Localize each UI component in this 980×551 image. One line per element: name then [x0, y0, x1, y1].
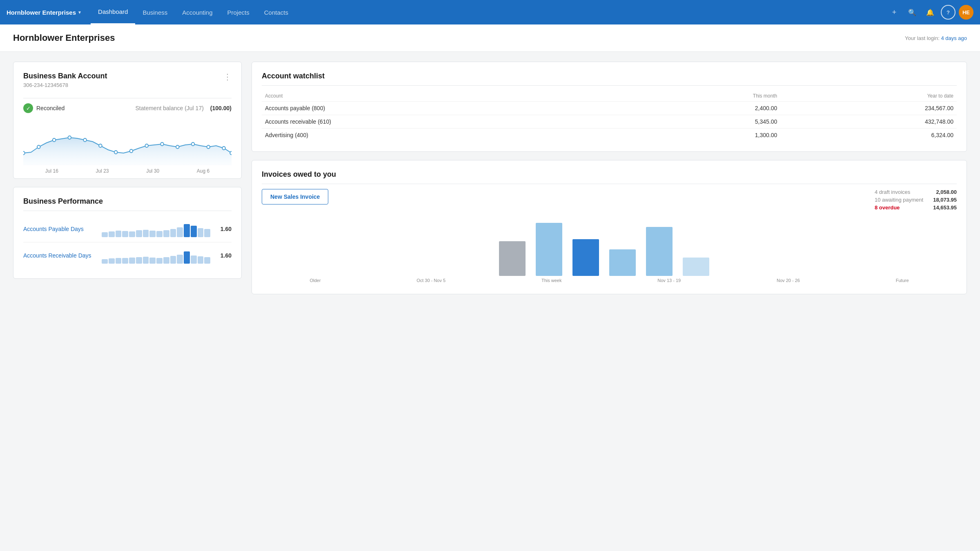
- ap-bar: [109, 231, 115, 237]
- ar-bar: [102, 259, 108, 264]
- awaiting-payment-label: 10 awaiting payment: [875, 197, 923, 203]
- invoice-stats: 4 draft invoices 2,058.00 10 awaiting pa…: [875, 189, 957, 212]
- performance-title: Business Performance: [23, 197, 232, 206]
- ar-bar: [198, 256, 204, 264]
- draft-invoices-value: 2,058.00: [936, 189, 957, 195]
- svg-point-5: [99, 144, 102, 147]
- invoices-owed-card: Invoices owed to you New Sales Invoice 4…: [252, 160, 967, 294]
- svg-point-3: [68, 136, 71, 139]
- ap-days-value: 1.60: [215, 226, 232, 232]
- ar-days-label[interactable]: Accounts Receivable Days: [23, 252, 97, 259]
- ap-bar-highlight: [191, 226, 197, 237]
- ar-bar: [156, 258, 163, 264]
- ap-bar: [204, 229, 210, 237]
- chart-label-4: Aug 6: [197, 168, 209, 174]
- ap-bar: [116, 231, 122, 237]
- svg-point-11: [192, 142, 195, 146]
- watchlist-thismonth-2: 5,345.00: [626, 115, 780, 129]
- performance-divider: [23, 211, 232, 211]
- chart-label-1: Jul 16: [45, 168, 58, 174]
- ar-bar: [109, 258, 115, 264]
- nav-bar: Hornblower Enterprises ▾ Dashboard Busin…: [0, 0, 980, 24]
- ap-bar: [156, 231, 163, 237]
- user-avatar[interactable]: HE: [959, 5, 973, 20]
- ar-bar: [116, 258, 122, 264]
- search-icon[interactable]: 🔍: [905, 5, 920, 20]
- page-header: Hornblower Enterprises Your last login: …: [0, 24, 980, 52]
- svg-point-7: [130, 149, 133, 153]
- ap-bar: [149, 231, 156, 237]
- invoices-chart-svg: [262, 219, 957, 276]
- bar-chart-labels: Older Oct 30 - Nov 5 This week Nov 13 - …: [262, 278, 957, 283]
- watchlist-ytd-1: 234,567.00: [780, 102, 957, 115]
- svg-point-1: [37, 145, 40, 149]
- watchlist-ytd-3: 6,324.00: [780, 129, 957, 142]
- nav-link-business[interactable]: Business: [135, 0, 175, 24]
- ar-bar: [177, 255, 183, 264]
- chart-labels: Jul 16 Jul 23 Jul 30 Aug 6: [23, 168, 232, 174]
- last-login-link[interactable]: 4 days ago: [941, 35, 967, 41]
- bank-menu-icon[interactable]: ⋮: [223, 72, 232, 82]
- nav-link-accounting[interactable]: Accounting: [175, 0, 220, 24]
- ar-bar-highlight: [184, 251, 190, 264]
- ap-bar: [102, 232, 108, 237]
- ap-bar: [129, 231, 135, 237]
- watchlist-table: Account This month Year to date Accounts…: [262, 91, 957, 142]
- nav-link-dashboard[interactable]: Dashboard: [91, 0, 135, 24]
- ap-bar: [136, 230, 142, 237]
- draft-invoices-label: 4 draft invoices: [875, 189, 910, 195]
- nav-brand[interactable]: Hornblower Enterprises ▾: [7, 9, 81, 16]
- overdue-row: 8 overdue 14,653.95: [875, 204, 957, 211]
- nav-link-contacts[interactable]: Contacts: [257, 0, 296, 24]
- svg-point-9: [160, 142, 164, 146]
- watchlist-col-ytd: Year to date: [780, 91, 957, 102]
- nav-links: Dashboard Business Accounting Projects C…: [91, 0, 296, 24]
- bank-chart: Jul 16 Jul 23 Jul 30 Aug 6: [23, 116, 232, 165]
- reconciled-row: ✓ Reconciled Statement balance (Jul 17) …: [23, 103, 232, 113]
- ar-bar: [204, 257, 210, 264]
- ap-bar: [143, 230, 149, 237]
- ar-bar: [122, 258, 128, 264]
- overdue-value: 14,653.95: [933, 204, 957, 211]
- ar-bar: [136, 257, 142, 264]
- ar-days-value: 1.60: [215, 252, 232, 259]
- nav-link-projects[interactable]: Projects: [220, 0, 257, 24]
- help-icon[interactable]: ?: [941, 5, 956, 20]
- watchlist-header-row: Account This month Year to date: [262, 91, 957, 102]
- bank-divider: [23, 98, 232, 98]
- watchlist-thismonth-1: 2,400.00: [626, 102, 780, 115]
- bar-label-this-week: This week: [541, 278, 562, 283]
- svg-point-13: [222, 147, 225, 150]
- bar-label-nov13: Nov 13 - 19: [657, 278, 681, 283]
- statement-amount: (100.00): [210, 105, 232, 111]
- bar-nov13: [609, 249, 636, 276]
- ap-bar: [177, 227, 183, 237]
- page-title: Hornblower Enterprises: [13, 33, 115, 43]
- performance-row-ap: Accounts Payable Days: [23, 216, 232, 242]
- watchlist-account-3: Advertising (400): [262, 129, 626, 142]
- watchlist-ytd-2: 432,748.00: [780, 115, 957, 129]
- ar-bar: [149, 258, 156, 264]
- chart-label-2: Jul 23: [96, 168, 109, 174]
- add-button[interactable]: +: [887, 5, 902, 20]
- ap-bar-highlight: [184, 224, 190, 237]
- ap-days-label[interactable]: Accounts Payable Days: [23, 226, 97, 232]
- invoices-bar-chart: Older Oct 30 - Nov 5 This week Nov 13 - …: [262, 219, 957, 284]
- watchlist-row: Advertising (400) 1,300.00 6,324.00: [262, 129, 957, 142]
- bar-nov20: [646, 227, 673, 276]
- bar-label-oct30: Oct 30 - Nov 5: [416, 278, 445, 283]
- new-sales-invoice-button[interactable]: New Sales Invoice: [262, 189, 328, 204]
- notifications-icon[interactable]: 🔔: [923, 5, 938, 20]
- invoices-title: Invoices owed to you: [262, 170, 957, 179]
- invoices-top: New Sales Invoice 4 draft invoices 2,058…: [262, 189, 957, 212]
- bar-label-nov20: Nov 20 - 26: [777, 278, 800, 283]
- ap-bar: [163, 230, 169, 237]
- svg-point-12: [207, 145, 210, 149]
- ar-bar: [170, 256, 176, 264]
- main-content: Business Bank Account 306-234-12345678 ⋮…: [0, 52, 980, 304]
- watchlist-account-1: Accounts payable (800): [262, 102, 626, 115]
- watchlist-divider: [262, 85, 957, 86]
- bank-account-info: Business Bank Account 306-234-12345678: [23, 72, 107, 93]
- last-login: Your last login: 4 days ago: [905, 35, 967, 41]
- nav-brand-chevron: ▾: [78, 10, 81, 15]
